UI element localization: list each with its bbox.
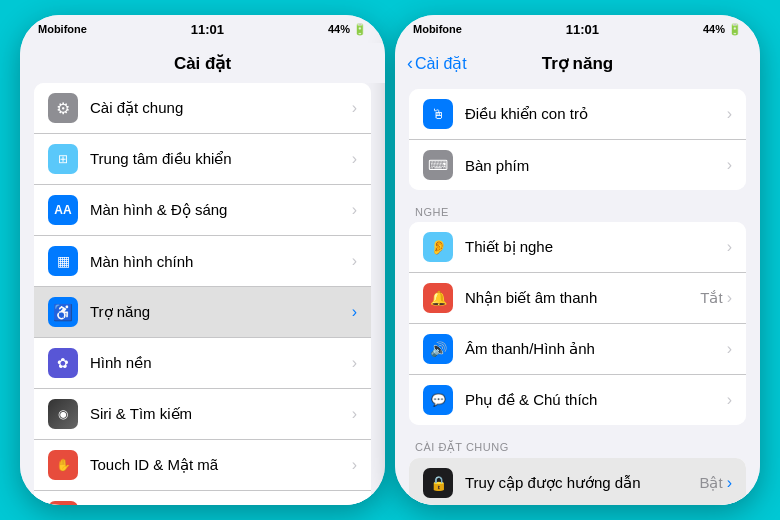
- left-phone: Mobifone 11:01 44% 🔋 Cài đặt ⚙ Cài đặt c…: [20, 15, 385, 505]
- battery-icon: 🔋: [353, 23, 367, 36]
- item-label-touchid: Touch ID & Mật mã: [90, 456, 352, 474]
- guided-access-icon: 🔒: [423, 468, 453, 498]
- item-label-trung-tam: Trung tâm điều khiển: [90, 150, 352, 168]
- back-chevron-icon: ‹: [407, 53, 413, 74]
- sos-icon: SOS: [48, 501, 78, 505]
- list-item-sos[interactable]: SOS SOS khẩn cấp ›: [34, 491, 371, 505]
- right-guided-access: Bật ›: [699, 474, 732, 492]
- left-time: 11:01: [191, 22, 224, 37]
- siri-icon: ◉: [48, 399, 78, 429]
- list-item-phu-de[interactable]: 💬 Phụ đề & Chú thích ›: [409, 375, 746, 425]
- item-label-dieu-khien: Điều khiển con trỏ: [465, 105, 727, 123]
- list-item-touchid[interactable]: ✋ Touch ID & Mật mã ›: [34, 440, 371, 491]
- chevron-trung-tam: ›: [352, 150, 357, 168]
- chevron-caidan-chung: ›: [352, 99, 357, 117]
- left-content: ⚙ Cài đặt chung › ⊞ Trung tâm điều khiển…: [20, 83, 385, 505]
- chevron-manhinh-chinh: ›: [352, 252, 357, 270]
- list-item-nhan-biet[interactable]: 🔔 Nhận biết âm thanh Tắt ›: [409, 273, 746, 324]
- right-status-bar: Mobifone 11:01 44% 🔋: [395, 15, 760, 43]
- chevron-tro-nang: ›: [352, 303, 357, 321]
- left-status-bar: Mobifone 11:01 44% 🔋: [20, 15, 385, 43]
- back-label: Cài đặt: [415, 54, 467, 73]
- accessibility-icon: ♿: [48, 297, 78, 327]
- section-cai-dat-list: 🔒 Truy cập được hướng dẫn Bật › ◉ Siri ›: [409, 458, 746, 505]
- home-screen-icon: ▦: [48, 246, 78, 276]
- control-center-icon: ⊞: [48, 144, 78, 174]
- chevron-phu-de: ›: [727, 391, 732, 409]
- audio-visual-icon: 🔊: [423, 334, 453, 364]
- list-item-siri[interactable]: ◉ Siri & Tìm kiếm ›: [34, 389, 371, 440]
- section-cai-dat-label: CÀI ĐẶT CHUNG: [395, 433, 760, 458]
- list-item-manhinh-dosang[interactable]: AA Màn hình & Độ sáng ›: [34, 185, 371, 236]
- wallpaper-icon: ✿: [48, 348, 78, 378]
- guided-access-value: Bật: [699, 474, 722, 492]
- list-item-manhinh-chinh[interactable]: ▦ Màn hình chính ›: [34, 236, 371, 287]
- item-label-ban-phim: Bàn phím: [465, 157, 727, 174]
- left-nav-title: Cài đặt: [174, 53, 231, 74]
- section-nghe-label: NGHE: [395, 198, 760, 222]
- chevron-touchid: ›: [352, 456, 357, 474]
- hearing-device-icon: 👂: [423, 232, 453, 262]
- list-item-dieu-khien[interactable]: 🖱 Điều khiển con trỏ ›: [409, 89, 746, 140]
- right-battery: 44% 🔋: [703, 23, 742, 36]
- display-brightness-icon: AA: [48, 195, 78, 225]
- list-item-am-thanh[interactable]: 🔊 Âm thanh/Hình ảnh ›: [409, 324, 746, 375]
- back-button[interactable]: ‹ Cài đặt: [407, 53, 467, 74]
- section-no-label: 🖱 Điều khiển con trỏ › ⌨ Bàn phím ›: [395, 89, 760, 190]
- chevron-siri: ›: [352, 405, 357, 423]
- touchid-icon: ✋: [48, 450, 78, 480]
- section-nghe: NGHE 👂 Thiết bị nghe › 🔔 Nhận biết âm th…: [395, 198, 760, 425]
- item-label-manhinh-chinh: Màn hình chính: [90, 253, 352, 270]
- item-label-nhan-biet: Nhận biết âm thanh: [465, 289, 700, 307]
- left-settings-list: ⚙ Cài đặt chung › ⊞ Trung tâm điều khiển…: [34, 83, 371, 505]
- left-carrier: Mobifone: [38, 23, 87, 35]
- list-item-thiet-bi-nghe[interactable]: 👂 Thiết bị nghe ›: [409, 222, 746, 273]
- section-cai-dat-chung: CÀI ĐẶT CHUNG 🔒 Truy cập được hướng dẫn …: [395, 433, 760, 505]
- right-content: 🖱 Điều khiển con trỏ › ⌨ Bàn phím › NGHE: [395, 83, 760, 505]
- item-label-tro-nang: Trợ năng: [90, 303, 352, 321]
- list-item-hinh-nen[interactable]: ✿ Hình nền ›: [34, 338, 371, 389]
- item-label-manhinh-dosang: Màn hình & Độ sáng: [90, 201, 352, 219]
- item-label-am-thanh: Âm thanh/Hình ảnh: [465, 340, 727, 358]
- section-nghe-list: 👂 Thiết bị nghe › 🔔 Nhận biết âm thanh T…: [409, 222, 746, 425]
- right-time: 11:01: [566, 22, 599, 37]
- left-battery: 44% 🔋: [328, 23, 367, 36]
- item-label-siri: Siri & Tìm kiếm: [90, 405, 352, 423]
- list-item-ban-phim[interactable]: ⌨ Bàn phím ›: [409, 140, 746, 190]
- left-nav-bar: Cài đặt: [20, 43, 385, 83]
- right-battery-icon: 🔋: [728, 23, 742, 36]
- sound-recognition-icon: 🔔: [423, 283, 453, 313]
- chevron-hinh-nen: ›: [352, 354, 357, 372]
- list-item-tro-nang[interactable]: ♿ Trợ năng ›: [34, 287, 371, 338]
- settings-icon: ⚙: [48, 93, 78, 123]
- chevron-thiet-bi-nghe: ›: [727, 238, 732, 256]
- right-carrier: Mobifone: [413, 23, 462, 35]
- right-nhan-biet: Tắt ›: [700, 289, 732, 307]
- chevron-am-thanh: ›: [727, 340, 732, 358]
- nhan-biet-value: Tắt: [700, 289, 722, 307]
- pointer-control-icon: 🖱: [423, 99, 453, 129]
- section1-list: 🖱 Điều khiển con trỏ › ⌨ Bàn phím ›: [409, 89, 746, 190]
- chevron-ban-phim: ›: [727, 156, 732, 174]
- list-item-caidan-chung[interactable]: ⚙ Cài đặt chung ›: [34, 83, 371, 134]
- right-nav-title: Trợ năng: [542, 53, 613, 74]
- right-phone: Mobifone 11:01 44% 🔋 ‹ Cài đặt Trợ năng …: [395, 15, 760, 505]
- list-item-guided-access[interactable]: 🔒 Truy cập được hướng dẫn Bật ›: [409, 458, 746, 505]
- chevron-manhinh: ›: [352, 201, 357, 219]
- item-label-caidan-chung: Cài đặt chung: [90, 99, 352, 117]
- item-label-phu-de: Phụ đề & Chú thích: [465, 391, 727, 409]
- list-item-trung-tam[interactable]: ⊞ Trung tâm điều khiển ›: [34, 134, 371, 185]
- item-label-guided-access: Truy cập được hướng dẫn: [465, 474, 699, 492]
- right-nav-bar: ‹ Cài đặt Trợ năng: [395, 43, 760, 83]
- chevron-dieu-khien: ›: [727, 105, 732, 123]
- subtitles-icon: 💬: [423, 385, 453, 415]
- item-label-thiet-bi-nghe: Thiết bị nghe: [465, 238, 727, 256]
- keyboard-icon: ⌨: [423, 150, 453, 180]
- item-label-hinh-nen: Hình nền: [90, 354, 352, 372]
